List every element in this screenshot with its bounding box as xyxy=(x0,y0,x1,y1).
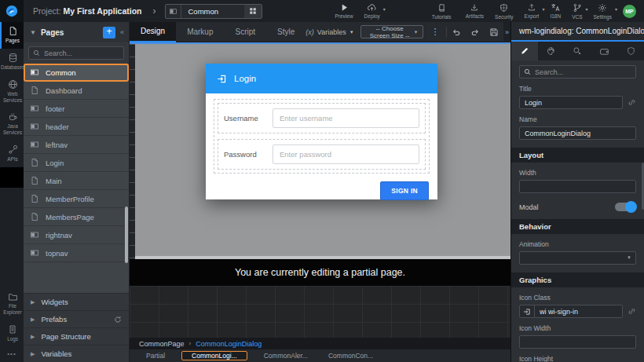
page-item-login[interactable]: Login xyxy=(24,154,129,172)
rail-more-dots[interactable]: ••• xyxy=(0,347,24,362)
undo-button[interactable] xyxy=(447,27,466,37)
page-item-memberprofile[interactable]: MemberProfile xyxy=(24,190,129,208)
design-viewport[interactable]: Login Username Password SIGN IN xyxy=(130,42,510,259)
page-item-main[interactable]: Main xyxy=(24,172,129,190)
rail-item-java-services[interactable]: Java Services xyxy=(0,108,24,141)
collapse-panel-icon[interactable]: « xyxy=(120,28,124,36)
tab-security[interactable] xyxy=(617,42,644,60)
properties-search xyxy=(519,65,636,79)
tab-style[interactable]: Style xyxy=(266,22,306,42)
rail-item-web-services[interactable]: Web Services xyxy=(0,75,24,108)
pages-search-input[interactable] xyxy=(44,49,119,57)
page-item-memberspage[interactable]: MembersPage xyxy=(24,208,129,226)
section-widgets[interactable]: ▶ Widgets xyxy=(24,293,129,310)
tab-design[interactable]: Design xyxy=(130,22,176,42)
tab-devices[interactable] xyxy=(591,42,617,60)
page-item-leftnav[interactable]: leftnav xyxy=(24,136,129,154)
page-item-dashboard[interactable]: Dashboard xyxy=(24,82,129,100)
bottom-tab-partial[interactable]: Partial xyxy=(136,351,175,360)
horizontal-scrollbar[interactable] xyxy=(135,256,510,259)
tab-markup[interactable]: Markup xyxy=(176,22,224,42)
settings-button[interactable]: ▾ Settings xyxy=(594,3,613,20)
icon-class-label: Icon Class xyxy=(519,294,636,302)
sign-in-button[interactable]: SIGN IN xyxy=(380,181,429,200)
icon-class-input[interactable] xyxy=(535,305,623,318)
breadcrumb-parent[interactable]: CommonPage xyxy=(139,340,185,348)
username-row[interactable]: Username xyxy=(218,103,426,133)
login-dialog[interactable]: Login Username Password SIGN IN xyxy=(206,64,437,199)
bind-link-icon[interactable] xyxy=(628,98,636,107)
rail-item-apis[interactable]: APIs xyxy=(0,141,24,167)
username-input[interactable] xyxy=(273,108,419,128)
screen-size-select[interactable]: -- Choose Screen Size -- ▼ xyxy=(360,25,424,38)
animation-select[interactable] xyxy=(519,251,636,265)
password-row[interactable]: Password xyxy=(218,139,426,170)
tutorials-button[interactable]: Tutorials xyxy=(432,3,452,20)
page-item-common[interactable]: Common xyxy=(24,64,129,82)
pages-search xyxy=(28,46,124,60)
tab-events[interactable] xyxy=(565,42,591,60)
chevron-down-icon: ▼ xyxy=(349,30,354,35)
bottom-tab-commonalertdialog[interactable]: CommonAler... xyxy=(254,351,318,360)
title-input[interactable] xyxy=(519,96,623,109)
pages-scrollbar[interactable] xyxy=(125,207,128,263)
variables-dropdown[interactable]: (x) Variables ▼ xyxy=(306,28,353,36)
bind-link-icon[interactable] xyxy=(628,307,636,316)
dialog-header[interactable]: Login xyxy=(206,64,437,93)
more-options-icon[interactable]: ⋮ xyxy=(423,27,446,37)
app-logo[interactable] xyxy=(0,0,24,22)
caret-down-icon: ▾ xyxy=(542,6,544,12)
name-label: Name xyxy=(519,115,636,123)
rail-divider xyxy=(0,167,24,188)
breadcrumb-current[interactable]: CommonLoginDialog xyxy=(196,340,262,348)
project-chevron-icon: › xyxy=(152,5,156,16)
bottom-tab-commonlogindialog[interactable]: CommonLogi... xyxy=(181,351,247,360)
add-page-button[interactable]: + xyxy=(103,27,115,38)
partial-icon xyxy=(30,104,39,113)
tab-script[interactable]: Script xyxy=(225,22,267,42)
chevron-down-icon[interactable]: ▼ xyxy=(30,29,36,36)
page-item-rightnav[interactable]: rightnav xyxy=(24,226,129,244)
page-selector-dropdown[interactable]: Common xyxy=(165,4,262,19)
grid-view-icon[interactable] xyxy=(244,5,262,18)
page-item-header[interactable]: header xyxy=(24,118,129,136)
form-group-outline[interactable]: Username Password xyxy=(214,99,430,174)
export-button[interactable]: ▾ Export xyxy=(525,3,540,19)
modal-toggle[interactable] xyxy=(615,203,636,211)
page-item-topnav[interactable]: topnav xyxy=(24,244,129,262)
icon-preview xyxy=(519,305,535,318)
pages-icon xyxy=(8,26,18,36)
name-input[interactable] xyxy=(519,126,636,140)
security-button[interactable]: Security xyxy=(495,3,513,20)
rail-item-file-explorer[interactable]: File Explorer xyxy=(0,288,24,320)
save-button[interactable] xyxy=(485,27,503,37)
width-input[interactable] xyxy=(519,180,636,193)
tab-properties[interactable] xyxy=(511,42,538,60)
properties-search-input[interactable] xyxy=(535,68,631,76)
icon-width-input[interactable] xyxy=(519,335,636,349)
pages-panel-title: Pages xyxy=(41,28,103,37)
deploy-button[interactable]: ▾ Deploy xyxy=(364,3,380,19)
preview-button[interactable]: Preview xyxy=(335,3,353,19)
artifacts-button[interactable]: Artifacts xyxy=(466,3,484,19)
bottom-tab-commonconfirmdialog[interactable]: CommonCon... xyxy=(318,351,383,360)
user-avatar[interactable]: MP xyxy=(623,5,636,18)
expand-panel-icon[interactable]: » xyxy=(503,22,510,42)
rail-item-pages[interactable]: Pages xyxy=(0,22,24,49)
password-input[interactable] xyxy=(273,144,419,164)
section-variables[interactable]: ▶ Variables xyxy=(24,345,129,362)
section-page-structure[interactable]: ▶ Page Structure xyxy=(24,327,129,345)
rail-item-logs[interactable]: Logs xyxy=(0,320,24,347)
tab-styles[interactable] xyxy=(538,42,565,60)
logs-icon xyxy=(8,324,17,335)
icon-height-label: Icon Height xyxy=(519,355,636,362)
canvas-grid-area[interactable] xyxy=(130,286,510,338)
section-prefabs[interactable]: ▶ Prefabs xyxy=(24,310,129,327)
rail-item-databases[interactable]: Databases xyxy=(0,49,24,75)
redo-button[interactable] xyxy=(466,27,485,37)
i18n-button[interactable]: I18N xyxy=(550,3,561,19)
page-item-footer[interactable]: footer xyxy=(24,100,129,118)
variables-icon: (x) xyxy=(306,28,314,36)
vcs-button[interactable]: ▾ VCS xyxy=(572,3,582,20)
refresh-icon[interactable] xyxy=(114,316,122,324)
